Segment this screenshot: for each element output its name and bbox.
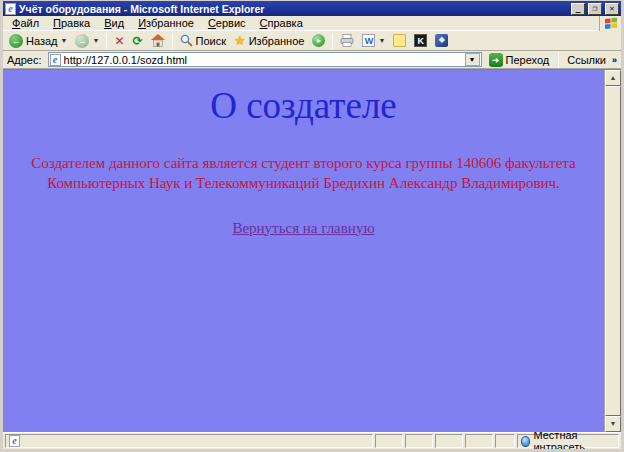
note-button[interactable] bbox=[390, 32, 409, 50]
favorites-label: Избранное bbox=[249, 35, 305, 47]
window-title: Учёт оборудования - Microsoft Internet E… bbox=[19, 3, 568, 15]
menu-favorites[interactable]: Избранное bbox=[131, 16, 201, 31]
restore-button[interactable]: ❐ bbox=[588, 3, 602, 15]
links-label[interactable]: Ссылки bbox=[565, 54, 608, 66]
print-button[interactable] bbox=[337, 32, 357, 50]
security-zone-panel: Местная интрасеть bbox=[517, 434, 619, 448]
home-icon bbox=[151, 34, 165, 47]
search-label: Поиск bbox=[196, 35, 226, 47]
links-chevron-icon[interactable]: » bbox=[612, 55, 619, 65]
zone-label: Местная интрасеть bbox=[533, 429, 615, 452]
status-bar: e Местная интрасеть bbox=[3, 432, 621, 449]
status-panel bbox=[495, 434, 515, 448]
status-panel bbox=[375, 434, 403, 448]
menu-tools[interactable]: Сервис bbox=[201, 16, 253, 31]
toolbar-separator bbox=[172, 33, 173, 49]
forward-icon: → bbox=[75, 34, 89, 48]
messenger-button[interactable]: ◆ bbox=[432, 32, 451, 50]
favorites-star-icon: ★ bbox=[234, 33, 246, 48]
status-panel bbox=[465, 434, 493, 448]
ie-page-icon: e bbox=[5, 3, 16, 15]
toolbar-separator bbox=[558, 52, 559, 68]
windows-logo-icon bbox=[599, 16, 621, 31]
back-label: Назад bbox=[26, 35, 58, 47]
status-panel bbox=[405, 434, 433, 448]
refresh-icon: ⟳ bbox=[132, 34, 142, 48]
address-dropdown-icon[interactable]: ▼ bbox=[465, 53, 480, 66]
menu-bar: Файл Правка Вид Избранное Сервис Справка bbox=[3, 16, 621, 31]
edit-word-icon: W bbox=[362, 34, 375, 47]
status-panel bbox=[435, 434, 463, 448]
menu-help[interactable]: Справка bbox=[253, 16, 310, 31]
minimize-button[interactable]: _ bbox=[571, 3, 585, 15]
content-area: О создателе Создателем данного сайта явл… bbox=[3, 69, 621, 432]
address-label: Адрес: bbox=[5, 54, 44, 66]
ie-page-icon: e bbox=[50, 54, 61, 66]
stop-button[interactable]: ✕ bbox=[111, 32, 127, 50]
menu-file[interactable]: Файл bbox=[5, 16, 46, 31]
vertical-scrollbar[interactable]: ▲ ▼ bbox=[604, 70, 621, 432]
stop-icon: ✕ bbox=[114, 34, 124, 48]
k-tool-button[interactable]: K bbox=[411, 32, 430, 50]
toolbar: ← Назад ▼ → ▼ ✕ ⟳ Поиск ★ И bbox=[3, 31, 621, 51]
close-button[interactable]: ✕ bbox=[605, 3, 619, 15]
toolbar-separator bbox=[106, 33, 107, 49]
media-button[interactable]: ▸ bbox=[309, 32, 328, 50]
k-icon: K bbox=[414, 34, 427, 47]
back-dropdown-icon[interactable]: ▼ bbox=[61, 32, 68, 50]
scrollbar-thumb[interactable] bbox=[605, 86, 621, 416]
search-button[interactable]: Поиск bbox=[177, 32, 229, 50]
menu-view[interactable]: Вид bbox=[97, 16, 131, 31]
address-bar: Адрес: e http://127.0.0.1/sozd.html ▼ ➜ … bbox=[3, 51, 621, 69]
globe-icon bbox=[521, 436, 530, 447]
search-icon bbox=[180, 34, 193, 47]
scroll-down-icon[interactable]: ▼ bbox=[605, 416, 621, 432]
messenger-icon: ◆ bbox=[435, 34, 448, 47]
print-icon bbox=[340, 34, 354, 47]
favorites-button[interactable]: ★ Избранное bbox=[231, 32, 307, 50]
address-url: http://127.0.0.1/sozd.html bbox=[64, 54, 462, 66]
go-button[interactable]: ➜ Переход bbox=[486, 52, 553, 68]
toolbar-separator bbox=[332, 33, 333, 49]
ie-page-icon: e bbox=[9, 435, 20, 447]
note-icon bbox=[393, 34, 406, 47]
media-icon: ▸ bbox=[312, 34, 325, 47]
status-main-panel: e bbox=[5, 434, 373, 448]
go-label: Переход bbox=[506, 54, 550, 66]
go-icon: ➜ bbox=[489, 53, 503, 67]
refresh-button[interactable]: ⟳ bbox=[129, 32, 145, 50]
web-page: О создателе Создателем данного сайта явл… bbox=[3, 70, 604, 432]
forward-button[interactable]: → ▼ bbox=[72, 32, 102, 50]
menu-edit[interactable]: Правка bbox=[46, 16, 97, 31]
edit-button[interactable]: W ▼ bbox=[359, 32, 388, 50]
back-icon: ← bbox=[9, 34, 23, 48]
back-to-main-link[interactable]: Вернуться на главную bbox=[232, 220, 374, 237]
title-bar: e Учёт оборудования - Microsoft Internet… bbox=[3, 1, 621, 16]
home-button[interactable] bbox=[148, 32, 168, 50]
page-title: О создателе bbox=[13, 84, 594, 127]
forward-dropdown-icon[interactable]: ▼ bbox=[92, 32, 99, 50]
scroll-up-icon[interactable]: ▲ bbox=[605, 70, 621, 86]
browser-window: e Учёт оборудования - Microsoft Internet… bbox=[0, 0, 624, 452]
about-paragraph: Создателем данного сайта является студен… bbox=[21, 153, 586, 194]
edit-dropdown-icon[interactable]: ▼ bbox=[378, 32, 385, 50]
address-input[interactable]: e http://127.0.0.1/sozd.html ▼ bbox=[48, 52, 482, 67]
back-button[interactable]: ← Назад ▼ bbox=[6, 32, 70, 50]
